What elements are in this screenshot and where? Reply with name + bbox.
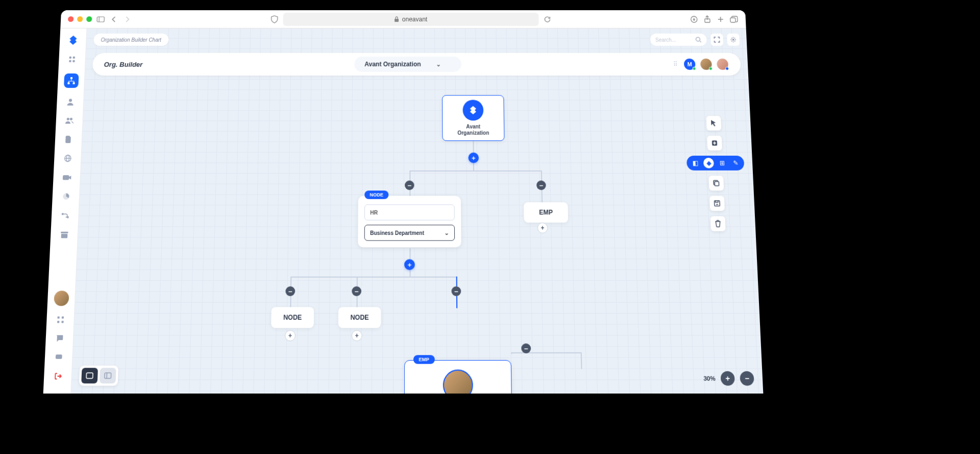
- document-icon[interactable]: [63, 135, 73, 144]
- drag-handle-icon[interactable]: ⠿: [673, 61, 678, 68]
- archive-icon[interactable]: [59, 230, 69, 240]
- connector: [409, 270, 410, 277]
- add-child-button[interactable]: +: [285, 330, 296, 342]
- cursor-tool-icon[interactable]: [706, 116, 722, 131]
- svg-point-28: [696, 37, 700, 41]
- svg-point-13: [68, 99, 71, 102]
- connector: [356, 296, 357, 307]
- app-logo-icon[interactable]: [67, 35, 79, 46]
- settings-icon[interactable]: [727, 34, 740, 46]
- zoom-in-button[interactable]: +: [720, 371, 735, 386]
- svg-rect-11: [67, 82, 69, 84]
- node-editor-hr[interactable]: NODE Business Department ⌄: [358, 196, 461, 248]
- org-dropdown[interactable]: Avant Organization ⌄: [354, 57, 461, 72]
- lock-icon: [394, 16, 399, 22]
- emp-badge: EMP: [413, 355, 434, 364]
- collapse-button[interactable]: −: [536, 180, 546, 190]
- user-icon[interactable]: [65, 97, 75, 106]
- zoom-out-button[interactable]: −: [740, 371, 754, 386]
- child-node[interactable]: NODE: [271, 307, 314, 328]
- sidebar-toggle-icon[interactable]: [96, 14, 106, 23]
- card-view-icon[interactable]: [81, 368, 98, 384]
- collaborator-avatar[interactable]: M: [683, 58, 697, 71]
- svg-rect-31: [715, 182, 719, 186]
- list-view-icon[interactable]: [100, 368, 116, 384]
- child-node[interactable]: NODE: [338, 307, 381, 328]
- apps-icon[interactable]: [55, 315, 65, 324]
- new-tab-icon[interactable]: [716, 14, 725, 23]
- forward-icon[interactable]: [122, 14, 132, 23]
- connector: [409, 248, 410, 259]
- org-logo-icon: [462, 100, 483, 121]
- chart-canvas[interactable]: Avant Organization + − − NODE Business D…: [71, 29, 763, 394]
- breadcrumb[interactable]: Organization Builder Chart: [93, 34, 168, 46]
- collaborator-avatar[interactable]: [716, 58, 729, 71]
- search-placeholder: Search...: [655, 37, 696, 42]
- style-tools: ◧ ◆ ⊞ ✎: [687, 156, 745, 171]
- add-node-icon[interactable]: [707, 136, 722, 151]
- svg-rect-0: [97, 16, 104, 21]
- node-type-select[interactable]: Business Department ⌄: [364, 225, 455, 241]
- eraser-icon[interactable]: ◧: [690, 158, 700, 169]
- svg-rect-2: [395, 18, 399, 21]
- add-child-button[interactable]: +: [537, 223, 548, 233]
- app-shell: Avant Organization + − − NODE Business D…: [43, 29, 764, 394]
- search-input[interactable]: Search...: [650, 34, 707, 46]
- expand-icon[interactable]: [710, 34, 723, 46]
- org-root-label: Avant Organization: [457, 124, 489, 136]
- collapse-button[interactable]: −: [451, 286, 461, 296]
- svg-point-7: [72, 56, 75, 59]
- collapse-button[interactable]: −: [285, 286, 295, 296]
- url-bar[interactable]: oneavant: [283, 12, 538, 26]
- profile-avatar[interactable]: [54, 291, 69, 306]
- node-name-input[interactable]: [364, 204, 455, 220]
- add-child-button[interactable]: +: [352, 330, 362, 342]
- minimize-window-icon[interactable]: [77, 16, 83, 22]
- pie-icon[interactable]: [61, 192, 70, 201]
- node-badge: NODE: [364, 190, 388, 199]
- chat-icon[interactable]: [55, 333, 65, 343]
- pen-icon[interactable]: ✎: [730, 158, 741, 169]
- camera-icon[interactable]: [62, 173, 71, 182]
- fill-icon[interactable]: ◆: [703, 158, 714, 169]
- svg-rect-10: [70, 77, 72, 79]
- users-icon[interactable]: [64, 116, 74, 125]
- logout-icon[interactable]: [53, 371, 63, 381]
- tabs-icon[interactable]: [729, 14, 739, 23]
- svg-rect-26: [61, 321, 63, 323]
- message-icon[interactable]: [54, 352, 64, 363]
- url-host: oneavant: [402, 15, 427, 22]
- content-area: Avant Organization + − − NODE Business D…: [71, 29, 763, 394]
- add-child-button[interactable]: +: [404, 259, 415, 270]
- emp-node[interactable]: EMP: [524, 202, 568, 223]
- collaborator-avatar[interactable]: [699, 58, 713, 71]
- org-builder-icon[interactable]: [63, 74, 79, 88]
- grid-icon[interactable]: ⊞: [717, 158, 727, 169]
- globe-icon[interactable]: [63, 154, 72, 163]
- save-icon[interactable]: [709, 196, 725, 211]
- status-dot: [725, 67, 729, 70]
- close-window-icon[interactable]: [68, 16, 74, 22]
- collapse-button[interactable]: −: [352, 286, 361, 296]
- delete-icon[interactable]: [710, 216, 726, 231]
- flow-icon[interactable]: [60, 211, 70, 221]
- dashboard-icon[interactable]: [67, 55, 77, 64]
- connector: [290, 276, 457, 277]
- svg-point-9: [72, 60, 75, 62]
- copy-icon[interactable]: [708, 176, 724, 190]
- downloads-icon[interactable]: [689, 14, 699, 23]
- svg-rect-25: [57, 321, 59, 323]
- share-icon[interactable]: [702, 14, 712, 23]
- svg-rect-21: [61, 232, 68, 233]
- collapse-button[interactable]: −: [521, 343, 531, 353]
- org-root-node[interactable]: Avant Organization: [442, 95, 505, 141]
- collapse-button[interactable]: −: [405, 180, 414, 190]
- node-label: EMP: [539, 209, 553, 217]
- add-child-button[interactable]: +: [468, 153, 479, 163]
- svg-point-8: [69, 60, 71, 62]
- employee-card[interactable]: EMP Josh Hunter Software Consultant: [404, 360, 512, 394]
- reload-icon[interactable]: [543, 14, 552, 23]
- back-icon[interactable]: [109, 14, 119, 23]
- maximize-window-icon[interactable]: [86, 16, 92, 22]
- shield-icon[interactable]: [270, 14, 279, 23]
